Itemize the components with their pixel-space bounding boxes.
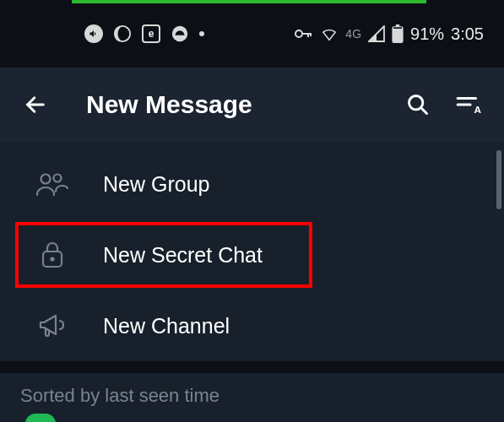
dome-icon — [171, 24, 189, 43]
signal-icon — [368, 25, 385, 42]
sort-button[interactable]: A — [453, 89, 484, 120]
sound-icon — [84, 24, 103, 43]
arrow-left-icon — [24, 93, 47, 116]
svg-point-2 — [295, 30, 302, 37]
new-channel-label: New Channel — [103, 314, 230, 338]
status-right: 4G 91% 3:05 — [295, 24, 484, 44]
svg-point-18 — [51, 258, 54, 261]
network-label: 4G — [345, 27, 361, 41]
contact-list-preview — [0, 414, 504, 422]
avatar — [25, 414, 56, 422]
group-icon — [34, 171, 71, 197]
back-button[interactable] — [20, 89, 51, 120]
svg-rect-7 — [396, 24, 399, 27]
new-secret-chat-item[interactable]: New Secret Chat — [0, 219, 504, 290]
status-bar: e 4G 91% 3:05 — [0, 0, 504, 68]
sort-icon: A — [456, 94, 481, 116]
app-bar: New Message A — [0, 68, 504, 142]
sort-header: Sorted by last seen time — [0, 373, 504, 414]
svg-rect-6 — [392, 26, 403, 43]
new-group-label: New Group — [103, 172, 209, 197]
battery-icon — [392, 24, 404, 43]
new-secret-chat-label: New Secret Chat — [103, 243, 263, 268]
svg-line-11 — [421, 108, 427, 114]
wifi-icon — [320, 26, 339, 41]
options-list: New Group New Secret Chat New Channel — [0, 142, 504, 361]
svg-rect-4 — [307, 33, 309, 37]
svg-point-16 — [54, 175, 62, 182]
e-icon: e — [142, 24, 160, 43]
status-left-icons: e — [84, 24, 204, 43]
svg-text:A: A — [474, 104, 481, 115]
search-icon — [406, 93, 430, 116]
top-accent-bar — [72, 0, 426, 3]
vpn-key-icon — [295, 28, 313, 40]
svg-rect-5 — [310, 33, 312, 36]
svg-point-15 — [41, 175, 51, 184]
battery-text: 91% — [410, 24, 444, 44]
svg-rect-8 — [393, 27, 402, 29]
section-divider — [0, 361, 504, 373]
scroll-indicator — [496, 150, 501, 209]
time-text: 3:05 — [451, 24, 484, 44]
new-channel-item[interactable]: New Channel — [0, 290, 504, 361]
lock-icon — [34, 241, 71, 269]
megaphone-icon — [34, 312, 71, 339]
new-group-item[interactable]: New Group — [0, 149, 504, 219]
moon-icon — [113, 24, 132, 43]
page-title: New Message — [71, 90, 382, 119]
dot-indicator — [199, 31, 204, 36]
search-button[interactable] — [403, 89, 433, 120]
